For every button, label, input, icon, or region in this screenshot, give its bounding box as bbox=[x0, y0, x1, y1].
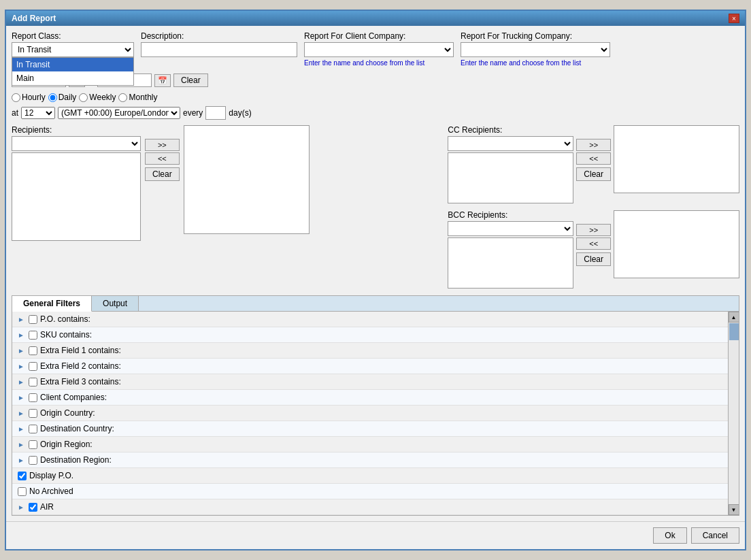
monthly-radio-label[interactable]: Monthly bbox=[118, 93, 157, 102]
trucking-company-label: Report For Trucking Company: bbox=[461, 31, 610, 41]
recipients-clear-btn[interactable]: Clear bbox=[145, 167, 180, 181]
date-clear-button[interactable]: Clear bbox=[173, 73, 208, 87]
monthly-label: Monthly bbox=[129, 93, 157, 102]
bcc-add-btn[interactable]: >> bbox=[576, 224, 611, 236]
filter-checkbox-air[interactable] bbox=[29, 503, 37, 512]
filter-checkbox-extra1[interactable] bbox=[29, 346, 37, 355]
filters-content: ► P.O. contains: ► SKU contains: ► Extra… bbox=[12, 312, 739, 515]
hourly-label: Hourly bbox=[22, 93, 46, 102]
expand-icon-origin-country[interactable]: ► bbox=[18, 410, 26, 417]
recipients-added-area bbox=[184, 125, 310, 234]
filter-label-destination-country: Destination Country: bbox=[40, 424, 114, 433]
cc-dropdown[interactable] bbox=[448, 136, 573, 151]
bcc-clear-btn[interactable]: Clear bbox=[576, 252, 611, 266]
recipients-label: Recipients: bbox=[12, 125, 141, 135]
expand-icon-air[interactable]: ► bbox=[18, 504, 26, 511]
at-label: at bbox=[12, 108, 18, 118]
filter-checkbox-destination-region[interactable] bbox=[29, 456, 37, 465]
filter-label-po: P.O. contains: bbox=[40, 314, 90, 324]
expand-icon-origin-region[interactable]: ► bbox=[18, 441, 26, 448]
filter-label-sku: SKU contains: bbox=[40, 330, 92, 340]
ok-button[interactable]: Ok bbox=[653, 527, 686, 544]
cc-arrows: >> << Clear bbox=[576, 139, 611, 181]
expand-icon-destination-region[interactable]: ► bbox=[18, 457, 26, 464]
filter-row-destination-region: ► Destination Region: bbox=[12, 452, 728, 468]
filter-row-sku: ► SKU contains: bbox=[12, 327, 728, 343]
recipients-arrows: >> << Clear bbox=[145, 139, 180, 181]
filter-label-origin-country: Origin Country: bbox=[40, 408, 95, 418]
filter-checkbox-origin-country[interactable] bbox=[29, 409, 37, 418]
cancel-button[interactable]: Cancel bbox=[691, 527, 739, 544]
dialog-content: Report Class: In Transit Main In Transit… bbox=[6, 26, 745, 521]
filter-row-air: ► AIR bbox=[12, 499, 728, 515]
recipients-list bbox=[12, 152, 141, 241]
add-report-dialog: Add Report × Report Class: In Transit Ma… bbox=[5, 10, 746, 550]
expand-icon-extra1[interactable]: ► bbox=[18, 347, 26, 355]
filter-label-display-po: Display P.O. bbox=[29, 471, 73, 480]
filter-label-origin-region: Origin Region: bbox=[40, 440, 93, 449]
timezone-select[interactable]: (GMT +00:00) Europe/London bbox=[58, 107, 180, 119]
recipients-add-btn[interactable]: >> bbox=[145, 139, 180, 151]
at-row: at 12 (GMT +00:00) Europe/London every 1… bbox=[12, 106, 739, 120]
hourly-radio-label[interactable]: Hourly bbox=[12, 93, 46, 102]
cc-remove-btn[interactable]: << bbox=[576, 152, 611, 165]
filter-checkbox-po[interactable] bbox=[29, 315, 37, 324]
filter-checkbox-sku[interactable] bbox=[29, 331, 37, 340]
filter-checkbox-display-po[interactable] bbox=[18, 472, 27, 480]
filter-row-extra2: ► Extra Field 2 contains: bbox=[12, 359, 728, 374]
dropdown-item-intransit[interactable]: In Transit bbox=[12, 58, 133, 71]
date-to-picker[interactable]: 📅 bbox=[154, 74, 171, 87]
description-input[interactable] bbox=[141, 42, 297, 57]
filter-label-no-archived: No Archived bbox=[29, 487, 73, 496]
filter-checkbox-extra3[interactable] bbox=[29, 378, 37, 386]
weekly-radio-label[interactable]: Weekly bbox=[79, 93, 116, 102]
filter-checkbox-destination-country[interactable] bbox=[29, 425, 37, 433]
trucking-company-hint: Enter the name and choose from the list bbox=[461, 59, 610, 67]
recipients-remove-btn[interactable]: << bbox=[145, 152, 180, 165]
expand-icon-extra2[interactable]: ► bbox=[18, 363, 26, 370]
trucking-company-select[interactable] bbox=[461, 42, 610, 57]
client-company-hint: Enter the name and choose from the list bbox=[304, 59, 454, 67]
bcc-dropdown[interactable] bbox=[448, 221, 573, 236]
schedule-row: Hourly Daily Weekly Monthly bbox=[12, 93, 739, 102]
recipients-dropdown[interactable] bbox=[12, 136, 141, 151]
filter-checkbox-extra2[interactable] bbox=[29, 362, 37, 371]
every-input[interactable]: 1 bbox=[205, 106, 226, 120]
monthly-radio[interactable] bbox=[118, 93, 127, 102]
report-class-select[interactable]: In Transit Main bbox=[12, 42, 134, 57]
expand-icon-extra3[interactable]: ► bbox=[18, 378, 26, 386]
scroll-down-btn[interactable]: ▼ bbox=[729, 504, 739, 515]
filter-checkbox-client-companies[interactable] bbox=[29, 393, 37, 402]
hourly-radio[interactable] bbox=[12, 93, 20, 102]
report-class-dropdown[interactable]: In Transit Main bbox=[12, 57, 134, 86]
daily-radio-label[interactable]: Daily bbox=[48, 93, 77, 102]
close-button[interactable]: × bbox=[729, 14, 739, 23]
client-company-select[interactable] bbox=[304, 42, 454, 57]
cc-bcc-wrapper: CC Recipients: >> << Clear bbox=[448, 125, 739, 289]
daily-radio[interactable] bbox=[48, 93, 57, 102]
expand-icon-po[interactable]: ► bbox=[18, 316, 26, 323]
filter-checkbox-origin-region[interactable] bbox=[29, 440, 37, 449]
trucking-company-group: Report For Trucking Company: Enter the n… bbox=[461, 31, 610, 67]
tab-general-filters[interactable]: General Filters bbox=[12, 296, 92, 312]
tabs-header: General Filters Output bbox=[12, 296, 739, 312]
weekly-radio[interactable] bbox=[79, 93, 88, 102]
description-group: Description: bbox=[141, 31, 297, 57]
expand-icon-client-companies[interactable]: ► bbox=[18, 394, 26, 401]
expand-icon-destination-country[interactable]: ► bbox=[18, 425, 26, 433]
cc-add-btn[interactable]: >> bbox=[576, 139, 611, 151]
description-label: Description: bbox=[141, 31, 297, 41]
expand-icon-sku[interactable]: ► bbox=[18, 331, 26, 339]
at-select[interactable]: 12 bbox=[21, 107, 55, 119]
filter-checkbox-no-archived[interactable] bbox=[18, 487, 27, 496]
cc-clear-btn[interactable]: Clear bbox=[576, 167, 611, 181]
scroll-thumb[interactable] bbox=[729, 323, 739, 340]
cc-added-area bbox=[614, 125, 739, 193]
scroll-up-btn[interactable]: ▲ bbox=[729, 312, 739, 323]
dialog-title: Add Report bbox=[12, 14, 56, 23]
filter-label-extra3: Extra Field 3 contains: bbox=[40, 377, 121, 386]
bcc-label: BCC Recipients: bbox=[448, 210, 573, 220]
bcc-remove-btn[interactable]: << bbox=[576, 237, 611, 250]
dropdown-item-main[interactable]: Main bbox=[12, 71, 133, 85]
tab-output[interactable]: Output bbox=[92, 296, 139, 311]
